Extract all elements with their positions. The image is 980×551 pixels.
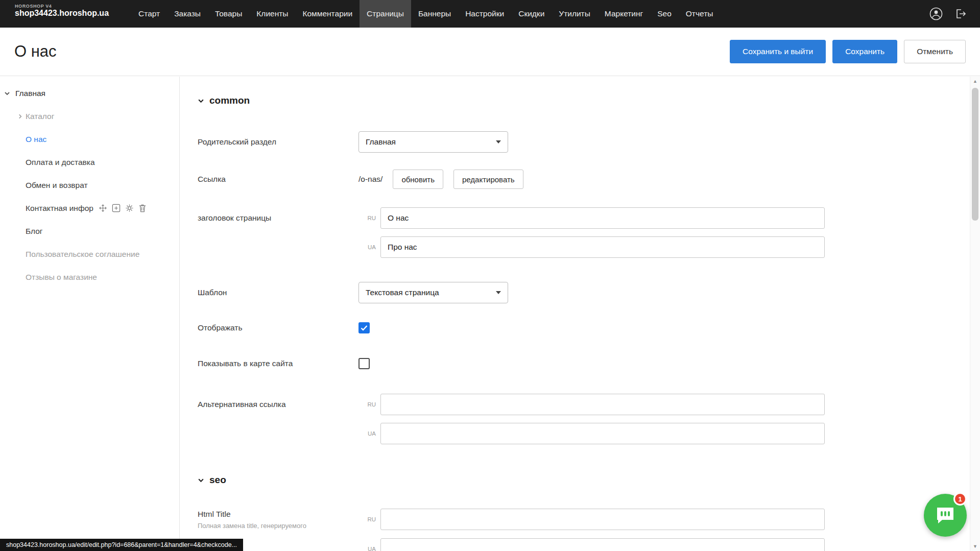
row-page-title-ru: заголовок страницы RU: [198, 207, 825, 229]
field-label: Ссылка: [198, 175, 358, 184]
nav-item-seo[interactable]: Seo: [650, 0, 679, 28]
vertical-scrollbar[interactable]: ▲ ▼: [970, 77, 980, 551]
chat-widget-button[interactable]: 1: [924, 494, 967, 537]
lang-badge-ua: UA: [358, 430, 376, 437]
edit-link-button[interactable]: редактировать: [453, 170, 523, 189]
tree-item-label: Контактная инфор: [26, 204, 93, 213]
page-title-ua-input[interactable]: [380, 236, 825, 258]
page-title-ru-input[interactable]: [380, 207, 825, 229]
nav-item-comments[interactable]: Комментарии: [295, 0, 360, 28]
html-title-ua-input[interactable]: [380, 538, 825, 551]
tree-item-payment-delivery[interactable]: Оплата и доставка: [0, 151, 179, 174]
tree-item-blog[interactable]: Блог: [0, 220, 179, 243]
scroll-up-arrow[interactable]: ▲: [970, 77, 980, 86]
row-alt-link-ru: Альтернативная ссылка RU: [198, 394, 825, 415]
alt-link-ua-input[interactable]: [380, 423, 825, 444]
refresh-link-button[interactable]: обновить: [393, 170, 443, 189]
brand-domain-label: shop34423.horoshop.ua: [15, 9, 109, 18]
tree-item-exchange-return[interactable]: Обмен и возврат: [0, 174, 179, 197]
chat-unread-badge: 1: [953, 492, 967, 506]
field-label-text: Html Title: [198, 510, 358, 519]
tree-item-label: Оплата и доставка: [26, 158, 95, 167]
status-url-text: shop34423.horoshop.ua/edit/edit.php?id=6…: [6, 541, 237, 548]
row-link: Ссылка /o-nas/ обновить редактировать: [198, 170, 523, 189]
field-hint: Полная замена title, генерируемого: [198, 522, 341, 530]
alt-link-ru-input[interactable]: [380, 394, 825, 415]
tree-item-label: Обмен и возврат: [26, 181, 88, 190]
logout-icon[interactable]: [953, 7, 968, 21]
select-caret-icon: [496, 291, 501, 294]
lang-badge-ru: RU: [358, 401, 376, 408]
nav-item-pages[interactable]: Страницы: [360, 0, 411, 28]
tree-item-label: О нас: [26, 135, 46, 144]
tree-item-about-us[interactable]: О нас: [0, 128, 179, 151]
chevron-down-icon: [4, 90, 10, 97]
save-button[interactable]: Сохранить: [832, 40, 897, 63]
row-page-title-ua: UA: [198, 236, 825, 258]
main-menu: Старт Заказы Товары Клиенты Комментарии …: [131, 0, 720, 28]
section-title: common: [209, 95, 250, 106]
field-label: Родительский раздел: [198, 137, 358, 147]
nav-item-clients[interactable]: Клиенты: [249, 0, 295, 28]
section-common[interactable]: common: [198, 95, 250, 106]
save-and-exit-button[interactable]: Сохранить и выйти: [730, 40, 826, 63]
tree-item-catalog[interactable]: Каталог: [0, 105, 179, 128]
tree-item-label: Отзывы о магазине: [26, 273, 97, 282]
sitemap-checkbox[interactable]: [358, 358, 370, 369]
user-account-icon[interactable]: [929, 7, 943, 21]
page-edit-form: common Родительский раздел Главная Ссылк…: [180, 77, 970, 551]
field-label: заголовок страницы: [198, 213, 358, 223]
parent-section-select[interactable]: Главная: [358, 131, 508, 153]
nav-item-reports[interactable]: Отчеты: [679, 0, 721, 28]
chat-bubble-icon: [935, 506, 955, 525]
field-label: Html Title Полная замена title, генериру…: [198, 510, 358, 530]
tree-item-actions: [99, 204, 147, 212]
lang-badge-ru: RU: [358, 215, 376, 221]
nav-item-settings[interactable]: Настройки: [458, 0, 511, 28]
scrollbar-thumb[interactable]: [972, 88, 978, 221]
select-value: Главная: [366, 137, 396, 147]
select-value: Текстовая страница: [366, 288, 439, 297]
row-parent-section: Родительский раздел Главная: [198, 131, 508, 153]
brand-logo[interactable]: HOROSHOP V4 shop34423.horoshop.ua: [15, 4, 109, 28]
nav-item-banners[interactable]: Баннеры: [411, 0, 458, 28]
tree-item-label: Блог: [26, 227, 43, 236]
row-html-title-ru: Html Title Полная замена title, генериру…: [198, 509, 825, 530]
move-icon[interactable]: [99, 204, 107, 212]
display-checkbox[interactable]: [358, 322, 370, 333]
tree-item-contact-info[interactable]: Контактная инфор: [0, 197, 179, 220]
delete-trash-icon[interactable]: [138, 204, 147, 212]
chevron-down-icon: [198, 98, 204, 104]
row-template: Шаблон Текстовая страница: [198, 282, 508, 303]
pages-tree-sidebar: Главная Каталог О нас Оплата и доставка …: [0, 77, 180, 551]
nav-item-utilities[interactable]: Утилиты: [552, 0, 597, 28]
app-window: HOROSHOP V4 shop34423.horoshop.ua Старт …: [0, 0, 980, 551]
nav-item-start[interactable]: Старт: [131, 0, 167, 28]
lang-badge-ua: UA: [358, 244, 376, 250]
topbar-right-icons: [929, 0, 980, 28]
page-header: О нас Сохранить и выйти Сохранить Отмени…: [0, 28, 980, 76]
nav-item-orders[interactable]: Заказы: [167, 0, 208, 28]
field-label: Альтернативная ссылка: [198, 400, 358, 409]
cancel-button[interactable]: Отменить: [904, 40, 966, 63]
add-page-icon[interactable]: [112, 204, 121, 212]
row-html-title-ua: UA: [198, 538, 825, 551]
tree-item-user-agreement[interactable]: Пользовательское соглашение: [0, 243, 179, 266]
lang-badge-ua: UA: [358, 546, 376, 551]
tree-item-label: Пользовательское соглашение: [26, 250, 139, 259]
nav-item-discounts[interactable]: Скидки: [511, 0, 552, 28]
top-navigation-bar: HOROSHOP V4 shop34423.horoshop.ua Старт …: [0, 0, 980, 28]
field-label: Отображать: [198, 323, 358, 332]
scroll-down-arrow[interactable]: ▼: [970, 542, 980, 551]
page-title: О нас: [14, 42, 57, 61]
chevron-down-icon: [198, 477, 204, 484]
row-sitemap: Показывать в карте сайта: [198, 358, 370, 369]
tree-item-store-reviews[interactable]: Отзывы о магазине: [0, 266, 179, 289]
template-select[interactable]: Текстовая страница: [358, 282, 508, 303]
html-title-ru-input[interactable]: [380, 509, 825, 530]
settings-gear-icon[interactable]: [125, 204, 134, 212]
nav-item-products[interactable]: Товары: [208, 0, 249, 28]
nav-item-marketing[interactable]: Маркетинг: [597, 0, 650, 28]
tree-item-main[interactable]: Главная: [0, 82, 179, 105]
section-seo[interactable]: seo: [198, 474, 226, 486]
